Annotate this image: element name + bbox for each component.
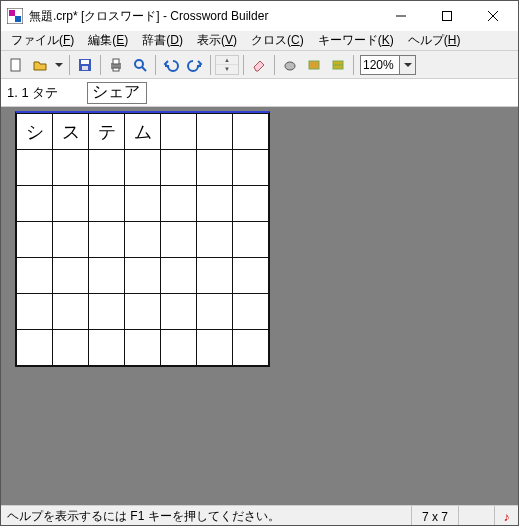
grid-cell[interactable] [197, 114, 233, 150]
maximize-button[interactable] [424, 2, 470, 30]
svg-line-15 [142, 67, 146, 71]
tool-b-button[interactable] [303, 54, 325, 76]
undo-button[interactable] [160, 54, 182, 76]
erase-button[interactable] [248, 54, 270, 76]
workspace[interactable]: システム [1, 107, 518, 505]
zoom-input[interactable] [360, 55, 400, 75]
svg-point-14 [135, 60, 143, 68]
grid-cell[interactable] [53, 294, 89, 330]
close-button[interactable] [470, 2, 516, 30]
open-button[interactable] [29, 54, 51, 76]
tool-a-button[interactable] [279, 54, 301, 76]
grid-cell[interactable] [53, 222, 89, 258]
status-bar: ヘルプを表示するには F1 キーを押してください。 7 x 7 ♪ [1, 505, 518, 526]
toolbar: ▲▼ [1, 51, 518, 79]
grid-cell[interactable] [161, 186, 197, 222]
grid-cell[interactable] [233, 258, 269, 294]
svg-rect-17 [309, 61, 319, 69]
clue-input[interactable] [87, 82, 147, 104]
grid-cell[interactable] [233, 330, 269, 366]
grid-cell[interactable]: ム [125, 114, 161, 150]
zoom-control[interactable] [360, 55, 416, 75]
grid-cell[interactable]: テ [89, 114, 125, 150]
grid-cell[interactable] [125, 330, 161, 366]
svg-rect-4 [443, 12, 452, 21]
grid-cell[interactable] [197, 294, 233, 330]
svg-rect-12 [113, 59, 119, 64]
toolbar-separator [210, 55, 211, 75]
grid-cell[interactable] [17, 222, 53, 258]
grid-cell[interactable] [53, 186, 89, 222]
grid-cell[interactable] [89, 150, 125, 186]
grid-cell[interactable] [89, 222, 125, 258]
toolbar-separator [353, 55, 354, 75]
menu-cross[interactable]: クロス(C) [245, 30, 310, 51]
svg-rect-10 [82, 66, 88, 70]
grid-cell[interactable]: シ [17, 114, 53, 150]
zoom-dropdown-button[interactable] [400, 55, 416, 75]
grid-cell[interactable] [233, 186, 269, 222]
toolbar-separator [100, 55, 101, 75]
save-button[interactable] [74, 54, 96, 76]
grid-cell[interactable] [17, 150, 53, 186]
toolbar-separator [243, 55, 244, 75]
menu-edit[interactable]: 編集(E) [82, 30, 134, 51]
preview-button[interactable] [129, 54, 151, 76]
menu-view[interactable]: 表示(V) [191, 30, 243, 51]
grid-cell[interactable] [161, 150, 197, 186]
grid-cell[interactable] [17, 330, 53, 366]
print-button[interactable] [105, 54, 127, 76]
clue-bar: 1. 1 タテ [1, 79, 518, 107]
grid-cell[interactable] [161, 294, 197, 330]
grid-cell[interactable] [125, 294, 161, 330]
menu-keyword[interactable]: キーワード(K) [312, 30, 400, 51]
minimize-button[interactable] [378, 2, 424, 30]
grid-cell[interactable] [17, 186, 53, 222]
svg-rect-9 [81, 60, 89, 64]
menu-file[interactable]: ファイル(F) [5, 30, 80, 51]
grid-cell[interactable] [197, 330, 233, 366]
grid-cell[interactable] [197, 150, 233, 186]
grid-cell[interactable] [89, 258, 125, 294]
grid-cell[interactable] [125, 258, 161, 294]
grid-cell[interactable] [233, 222, 269, 258]
grid-cell[interactable] [161, 114, 197, 150]
grid-cell[interactable] [161, 330, 197, 366]
grid-cell[interactable] [125, 222, 161, 258]
grid-cell[interactable] [197, 222, 233, 258]
grid-cell[interactable] [197, 258, 233, 294]
app-icon [7, 8, 23, 24]
music-icon[interactable]: ♪ [494, 506, 518, 526]
menu-help[interactable]: ヘルプ(H) [402, 30, 467, 51]
grid-cell[interactable] [53, 330, 89, 366]
grid-cell[interactable] [89, 294, 125, 330]
svg-point-16 [285, 62, 295, 70]
grid-cell[interactable] [17, 294, 53, 330]
grid-cell[interactable] [125, 186, 161, 222]
svg-rect-13 [113, 68, 119, 71]
grid-cell[interactable] [17, 258, 53, 294]
clue-label: 1. 1 タテ [7, 84, 87, 102]
grid-cell[interactable] [161, 222, 197, 258]
grid-cell[interactable] [89, 330, 125, 366]
grid-cell[interactable] [53, 258, 89, 294]
grid-cell[interactable] [125, 150, 161, 186]
grid-size-stepper[interactable]: ▲▼ [215, 55, 239, 75]
svg-rect-2 [15, 16, 21, 22]
crossword-grid[interactable]: システム [15, 111, 270, 367]
grid-cell[interactable] [233, 150, 269, 186]
menu-dict[interactable]: 辞書(D) [136, 30, 189, 51]
grid-cell[interactable] [233, 294, 269, 330]
new-button[interactable] [5, 54, 27, 76]
title-bar: 無題.crp* [クロスワード] - Crossword Builder [1, 1, 518, 31]
grid-cell[interactable] [53, 150, 89, 186]
grid-cell[interactable] [197, 186, 233, 222]
grid-cell[interactable] [161, 258, 197, 294]
grid-cell[interactable] [89, 186, 125, 222]
grid-cell[interactable]: ス [53, 114, 89, 150]
grid-cell[interactable] [233, 114, 269, 150]
status-dims: 7 x 7 [411, 506, 458, 526]
tool-c-button[interactable] [327, 54, 349, 76]
open-dropdown-button[interactable] [53, 54, 65, 76]
redo-button[interactable] [184, 54, 206, 76]
